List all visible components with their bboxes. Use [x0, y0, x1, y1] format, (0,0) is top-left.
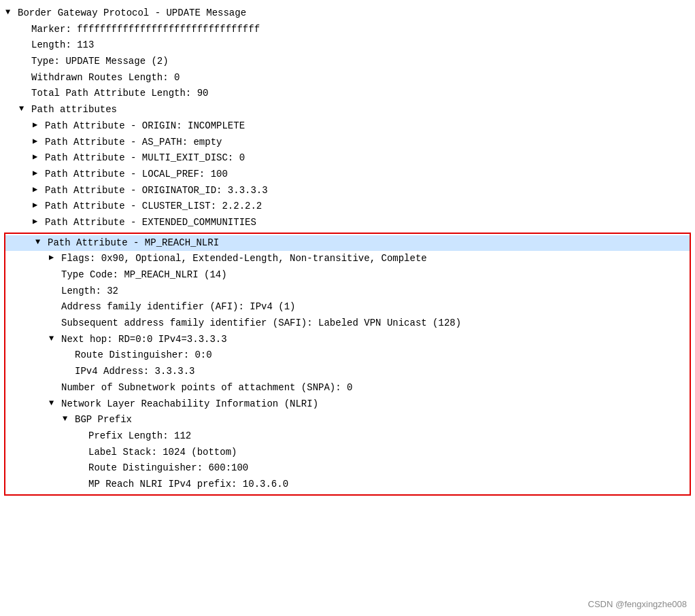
- pa-origin-text: Path Attribute - ORIGIN: INCOMPLETE: [45, 119, 245, 134]
- route-distinguisher-nexthop: Route Distinguisher: 0:0: [5, 347, 690, 364]
- flags-text: Flags: 0x90, Optional, Extended-Length, …: [61, 252, 427, 267]
- pa-origin: Path Attribute - ORIGIN: INCOMPLETE: [3, 118, 692, 135]
- pa-mp-reach-nlri-text: Path Attribute - MP_REACH_NLRI: [48, 236, 219, 251]
- mp-reach-nlri-prefix: MP Reach NLRI IPv4 prefix: 10.3.6.0: [5, 477, 690, 493]
- marker-text: Marker: ffffffffffffffffffffffffffffffff: [31, 22, 260, 37]
- bgp-root-arrow[interactable]: [5, 6, 16, 19]
- withdrawn-routes-text: Withdrawn Routes Length: 0: [31, 71, 180, 86]
- tree-before-box: Border Gateway Protocol - UPDATE Message…: [3, 5, 692, 231]
- route-distinguisher-nexthop-text: Route Distinguisher: 0:0: [75, 348, 212, 363]
- type-code: Type Code: MP_REACH_NLRI (14): [5, 267, 690, 284]
- label-stack: Label Stack: 1024 (bottom): [5, 445, 690, 461]
- route-distinguisher-nlri: Route Distinguisher: 600:100: [5, 460, 690, 477]
- marker: Marker: ffffffffffffffffffffffffffffffff: [3, 22, 692, 38]
- pa-originator-id-text: Path Attribute - ORIGINATOR_ID: 3.3.3.3: [45, 184, 268, 199]
- type: Type: UPDATE Message (2): [3, 54, 692, 70]
- bgp-prefix: BGP Prefix: [5, 412, 690, 428]
- pa-originator-id-arrow[interactable]: [33, 184, 44, 196]
- pa-origin-arrow[interactable]: [33, 119, 44, 132]
- pa-multi-exit-arrow[interactable]: [33, 151, 44, 164]
- bgp-prefix-text: BGP Prefix: [75, 413, 132, 428]
- safi: Subsequent address family identifier (SA…: [5, 315, 690, 332]
- prefix-length: Prefix Length: 112: [5, 428, 690, 445]
- type-text: Type: UPDATE Message (2): [31, 54, 169, 69]
- prefix-length-text: Prefix Length: 112: [88, 429, 191, 444]
- route-distinguisher-nlri-text: Route Distinguisher: 600:100: [88, 461, 248, 476]
- pa-local-pref-arrow[interactable]: [33, 167, 44, 180]
- afi: Address family identifier (AFI): IPv4 (1…: [5, 299, 690, 315]
- nlri-text: Network Layer Reachability Information (…: [61, 397, 318, 412]
- label-stack-text: Label Stack: 1024 (bottom): [88, 445, 237, 460]
- pa-multi-exit-text: Path Attribute - MULTI_EXIT_DISC: 0: [45, 151, 245, 166]
- pa-as-path: Path Attribute - AS_PATH: empty: [3, 135, 692, 151]
- pa-mp-reach-nlri-arrow[interactable]: [35, 236, 46, 249]
- total-path-attr-length: Total Path Attribute Length: 90: [3, 86, 692, 102]
- flags-arrow[interactable]: [49, 252, 60, 264]
- afi-text: Address family identifier (AFI): IPv4 (1…: [61, 300, 295, 315]
- next-hop-arrow[interactable]: [49, 332, 60, 345]
- bgp-prefix-arrow[interactable]: [63, 413, 73, 426]
- tree-box-rows: Path Attribute - MP_REACH_NLRIFlags: 0x9…: [5, 235, 690, 493]
- length-32: Length: 32: [5, 284, 690, 300]
- pa-extended-communities-text: Path Attribute - EXTENDED_COMMUNITIES: [45, 216, 256, 230]
- total-path-attr-length-text: Total Path Attribute Length: 90: [31, 86, 208, 101]
- withdrawn-routes: Withdrawn Routes Length: 0: [3, 70, 692, 86]
- watermark: CSDN @fengxingzhe008: [588, 599, 687, 609]
- pa-local-pref: Path Attribute - LOCAL_PREF: 100: [3, 167, 692, 183]
- pa-as-path-arrow[interactable]: [33, 135, 44, 148]
- pa-cluster-list-text: Path Attribute - CLUSTER_LIST: 2.2.2.2: [45, 199, 262, 214]
- pa-mp-reach-nlri: Path Attribute - MP_REACH_NLRI: [5, 235, 690, 252]
- pa-local-pref-text: Path Attribute - LOCAL_PREF: 100: [45, 167, 228, 182]
- snpa: Number of Subnetwork points of attachmen…: [5, 380, 690, 396]
- length-113-text: Length: 113: [31, 38, 94, 53]
- ipv4-address-nexthop: IPv4 Address: 3.3.3.3: [5, 364, 690, 380]
- pa-cluster-list: Path Attribute - CLUSTER_LIST: 2.2.2.2: [3, 199, 692, 215]
- next-hop: Next hop: RD=0:0 IPv4=3.3.3.3: [5, 332, 690, 348]
- pa-originator-id: Path Attribute - ORIGINATOR_ID: 3.3.3.3: [3, 183, 692, 199]
- type-code-text: Type Code: MP_REACH_NLRI (14): [61, 268, 227, 283]
- length-113: Length: 113: [3, 37, 692, 54]
- nlri-arrow[interactable]: [49, 397, 60, 410]
- mp-reach-nlri-box: Path Attribute - MP_REACH_NLRIFlags: 0x9…: [4, 233, 691, 496]
- length-32-text: Length: 32: [61, 284, 118, 299]
- path-attributes-arrow[interactable]: [19, 103, 30, 116]
- pa-extended-communities: Path Attribute - EXTENDED_COMMUNITIES: [3, 215, 692, 231]
- bgp-root-text: Border Gateway Protocol - UPDATE Message: [18, 6, 246, 21]
- pa-as-path-text: Path Attribute - AS_PATH: empty: [45, 135, 222, 150]
- pa-multi-exit: Path Attribute - MULTI_EXIT_DISC: 0: [3, 150, 692, 167]
- next-hop-text: Next hop: RD=0:0 IPv4=3.3.3.3: [61, 332, 227, 347]
- path-attributes: Path attributes: [3, 102, 692, 118]
- snpa-text: Number of Subnetwork points of attachmen…: [61, 381, 352, 396]
- ipv4-address-nexthop-text: IPv4 Address: 3.3.3.3: [75, 364, 194, 379]
- mp-reach-nlri-prefix-text: MP Reach NLRI IPv4 prefix: 10.3.6.0: [88, 477, 288, 492]
- bgp-root: Border Gateway Protocol - UPDATE Message: [3, 5, 692, 22]
- safi-text: Subsequent address family identifier (SA…: [61, 316, 461, 331]
- pa-extended-communities-arrow[interactable]: [33, 216, 44, 228]
- flags: Flags: 0x90, Optional, Extended-Length, …: [5, 251, 690, 267]
- main-container: Border Gateway Protocol - UPDATE Message…: [0, 0, 695, 616]
- nlri: Network Layer Reachability Information (…: [5, 396, 690, 413]
- path-attributes-text: Path attributes: [31, 103, 117, 118]
- pa-cluster-list-arrow[interactable]: [33, 199, 44, 212]
